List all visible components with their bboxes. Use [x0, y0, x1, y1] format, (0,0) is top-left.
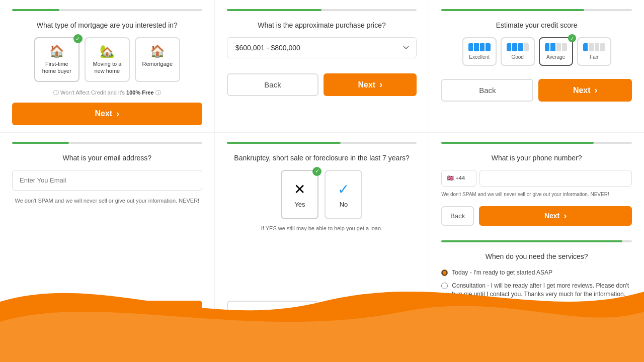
bottom-wave	[0, 261, 644, 362]
bankruptcy-option-yes[interactable]: ✓ ✕ Yes	[281, 170, 318, 219]
back-button-purchase[interactable]: Back	[227, 73, 319, 96]
yes-icon: ✕	[294, 181, 305, 198]
house-icon-first: 🏠	[40, 44, 73, 58]
house-icon-remortgage: 🏠	[141, 44, 174, 58]
free-notice: ⓘ Won't Affect Credit and it's 100% Free…	[53, 89, 161, 97]
next-button-credit[interactable]: Next	[538, 79, 632, 102]
next-label-purchase: Next	[358, 80, 375, 89]
progress-bar-7	[441, 240, 632, 242]
credit-label-excellent: Excellent	[467, 54, 492, 60]
check-badge-yes: ✓	[312, 167, 321, 176]
back-button-credit[interactable]: Back	[441, 79, 533, 102]
email-title: What is your email address?	[63, 154, 152, 162]
check-badge-first: ✓	[73, 34, 83, 43]
next-label-mortgage: Next	[95, 109, 112, 118]
email-input[interactable]	[12, 170, 202, 191]
yes-no-options: ✓ ✕ Yes ✓ No	[281, 170, 362, 219]
phone-btn-row: Back Next	[441, 206, 632, 226]
phone-title: What is your phone number?	[441, 154, 632, 162]
flag-input[interactable]	[441, 170, 476, 187]
progress-bar-3	[441, 9, 632, 11]
no-label: No	[338, 201, 349, 208]
credit-option-excellent[interactable]: Excellent	[462, 37, 497, 66]
next-chevron-mortgage	[116, 109, 119, 119]
mortgage-option-label-first: First-time home buyer	[40, 60, 73, 75]
next-label-phone: Next	[544, 212, 559, 220]
mortgage-option-label-moving: Moving to a new home	[91, 60, 124, 75]
services-title: When do you need the services?	[441, 252, 632, 260]
email-spam-notice: We don't SPAM and we will never sell or …	[15, 197, 199, 205]
credit-option-good[interactable]: Good	[501, 37, 535, 66]
credit-bar-average	[545, 43, 567, 51]
purchase-title: What is the approximate purchase price?	[258, 21, 385, 29]
progress-bar-1	[12, 9, 202, 11]
progress-bar-2	[227, 9, 417, 11]
credit-bar-fair	[583, 43, 605, 51]
back-button-phone[interactable]: Back	[441, 206, 474, 226]
phone-spam-notice: We don't SPAM and we will never sell or …	[441, 191, 632, 198]
purchase-price-panel: What is the approximate purchase price? …	[215, 0, 430, 133]
credit-option-fair[interactable]: Fair	[577, 37, 611, 66]
credit-bar-excellent	[468, 43, 491, 51]
next-chevron-purchase	[379, 79, 382, 90]
next-button-purchase[interactable]: Next	[324, 73, 417, 96]
mortgage-title: What type of mortgage are you interested…	[37, 21, 178, 29]
yes-label: Yes	[294, 201, 305, 208]
progress-bar-6	[441, 142, 632, 144]
phone-input-row	[441, 170, 632, 187]
phone-input[interactable]	[479, 170, 632, 187]
next-label-credit: Next	[573, 86, 591, 95]
mortgage-option-remortgage[interactable]: 🏠 Remortgage	[135, 37, 180, 82]
credit-option-average[interactable]: ✓ Average	[539, 37, 573, 66]
bankruptcy-title: Bankruptcy, short sale or foreclosure in…	[234, 154, 409, 162]
next-button-mortgage[interactable]: Next	[12, 103, 202, 125]
no-icon: ✓	[338, 181, 349, 198]
credit-label-average: Average	[544, 54, 568, 60]
mortgage-options: ✓ 🏠 First-time home buyer 🏡 Moving to a …	[34, 37, 180, 82]
purchase-btn-row: Back Next	[227, 73, 417, 96]
mortgage-option-first-time[interactable]: ✓ 🏠 First-time home buyer	[34, 37, 79, 82]
house-icon-moving: 🏡	[91, 44, 124, 58]
credit-title: Estimate your credit score	[496, 21, 578, 29]
next-chevron-credit	[595, 85, 598, 96]
credit-bar-good	[507, 43, 529, 51]
next-chevron-phone	[564, 211, 567, 221]
mortgage-option-label-remortgage: Remortgage	[141, 60, 174, 67]
mortgage-option-moving[interactable]: 🏡 Moving to a new home	[85, 37, 130, 82]
credit-btn-row: Back Next	[441, 79, 632, 102]
credit-label-good: Good	[506, 54, 530, 60]
next-button-phone[interactable]: Next	[479, 206, 632, 226]
check-badge-average: ✓	[568, 34, 576, 42]
price-dropdown[interactable]: $600,001 - $800,000 $400,001 - $600,000 …	[227, 37, 417, 58]
progress-bar-5	[227, 142, 417, 144]
credit-label-fair: Fair	[582, 54, 606, 60]
credit-options: Excellent Good ✓	[462, 37, 611, 66]
mortgage-panel: What type of mortgage are you interested…	[0, 0, 215, 133]
progress-bar-4	[12, 142, 202, 144]
credit-score-panel: Estimate your credit score Excellent	[429, 0, 644, 133]
bankruptcy-info: If YES we still may be able to help you …	[261, 225, 382, 231]
bankruptcy-option-no[interactable]: ✓ No	[325, 170, 362, 219]
